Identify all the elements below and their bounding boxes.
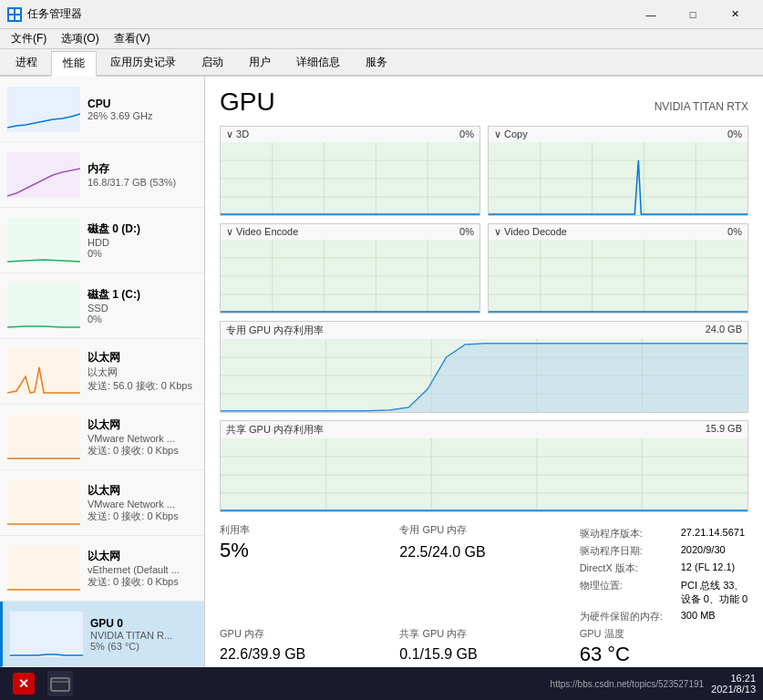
svg-rect-7: [7, 283, 80, 329]
eth1-sub: 以太网: [88, 365, 197, 379]
gpu-panel: GPU NVIDIA TITAN RTX ∨ 3D 0%: [205, 77, 763, 667]
disk0-sub: HDD: [88, 237, 197, 248]
taskbar-right: https://bbs.csdn.net/topics/523527191 16…: [551, 673, 756, 695]
disk0-info: 磁盘 0 (D:) HDD 0%: [88, 221, 197, 259]
chart-video-decode-pct: 0%: [727, 226, 742, 238]
sidebar-item-eth1[interactable]: 以太网 以太网 发送: 56.0 接收: 0 Kbps: [0, 339, 204, 405]
eth4-value: 发送: 0 接收: 0 Kbps: [88, 575, 197, 589]
sidebar-item-eth2[interactable]: 以太网 VMware Network ... 发送: 0 接收: 0 Kbps: [0, 405, 204, 470]
tab-performance[interactable]: 性能: [51, 51, 97, 77]
chart-shared-mem-max: 15.9 GB: [706, 423, 742, 437]
sidebar-item-eth3[interactable]: 以太网 VMware Network ... 发送: 0 接收: 0 Kbps: [0, 470, 204, 536]
stat-dedicated-value: 22.5/24.0 GB: [399, 539, 568, 561]
tab-app-history[interactable]: 应用历史记录: [98, 49, 188, 75]
tab-users[interactable]: 用户: [237, 49, 283, 75]
taskbar-date: 2021/8/13: [711, 684, 756, 695]
driver-ver-key: 驱动程序版本:: [580, 527, 663, 540]
eth2-value: 发送: 0 接收: 0 Kbps: [88, 444, 197, 458]
gpu0-mini-chart: [10, 612, 83, 657]
chart-shared-mem: 共享 GPU 内存利用率 15.9 GB: [220, 420, 748, 512]
svg-rect-6: [7, 218, 80, 263]
menu-options[interactable]: 选项(O): [54, 29, 106, 48]
eth4-mini-chart: [7, 546, 80, 592]
chart-3d: ∨ 3D 0%: [220, 126, 480, 216]
eth3-sub: VMware Network ...: [88, 499, 197, 510]
disk0-mini-chart: [7, 218, 80, 263]
chart-copy: ∨ Copy 0%: [488, 126, 748, 216]
reserved-key: 为硬件保留的内存:: [580, 610, 663, 623]
stat-gpu-mem-label: GPU 内存: [220, 627, 388, 641]
sidebar-item-memory[interactable]: 内存 16.8/31.7 GB (53%): [0, 142, 204, 208]
cpu-title: CPU: [88, 98, 197, 110]
chart-copy-pct: 0%: [727, 129, 742, 140]
menu-file[interactable]: 文件(F): [4, 29, 54, 48]
gpu0-title: GPU 0: [90, 617, 197, 630]
taskbar-clock: 16:21: [711, 673, 756, 684]
eth2-title: 以太网: [88, 417, 197, 433]
location-key: 物理位置:: [580, 579, 663, 606]
driver-date-val: 2020/9/30: [681, 544, 748, 558]
chart-shared-mem-area: [221, 438, 748, 511]
directx-key: DirectX 版本:: [580, 561, 663, 575]
eth1-mini-chart: [7, 349, 80, 395]
cpu-info: CPU 26% 3.69 GHz: [88, 98, 197, 121]
chart-dedicated-mem: 专用 GPU 内存利用率 24.0 GB: [220, 321, 748, 413]
reserved-val: 300 MB: [681, 610, 748, 623]
chart-3d-area: [221, 142, 479, 215]
tab-process[interactable]: 进程: [4, 49, 49, 75]
chart-3d-label: ∨ 3D: [226, 129, 249, 140]
disk1-info: 磁盘 1 (C:) SSD 0%: [88, 287, 197, 324]
sidebar-item-gpu0[interactable]: GPU 0 NVIDIA TITAN R... 5% (63 °C): [0, 602, 204, 667]
window-title: 任务管理器: [27, 6, 82, 22]
chart-copy-label: ∨ Copy: [494, 129, 528, 140]
titlebar: 任务管理器 — □ ✕: [0, 0, 763, 29]
maximize-button[interactable]: □: [672, 0, 714, 29]
taskbar-app2[interactable]: [44, 667, 77, 700]
chart-video-decode-area: [489, 240, 748, 313]
gpu-device-name: NVIDIA TITAN RTX: [655, 100, 748, 113]
chart-video-decode-header: ∨ Video Decode 0%: [489, 224, 748, 240]
disk0-value: 0%: [88, 248, 197, 259]
sidebar-item-cpu[interactable]: CPU 26% 3.69 GHz: [0, 77, 204, 142]
chart-dedicated-mem-max: 24.0 GB: [706, 324, 742, 337]
directx-val: 12 (FL 12.1): [681, 561, 748, 575]
eth3-title: 以太网: [88, 483, 197, 499]
stat-temp-label: GPU 温度: [580, 627, 748, 641]
location-val: PCI 总线 33、设备 0、功能 0: [681, 579, 748, 606]
sidebar-item-disk1[interactable]: 磁盘 1 (C:) SSD 0%: [0, 273, 204, 339]
menubar: 文件(F) 选项(O) 查看(V): [0, 29, 763, 49]
taskbar-time: 16:21 2021/8/13: [711, 673, 756, 695]
gpu0-value: 5% (63 °C): [90, 641, 197, 652]
eth4-info: 以太网 vEthernet (Default ... 发送: 0 接收: 0 K…: [88, 549, 197, 589]
tab-services[interactable]: 服务: [354, 49, 399, 75]
chart-video-decode-label: ∨ Video Decode: [494, 226, 567, 238]
tab-details[interactable]: 详细信息: [284, 49, 352, 75]
stat-driver-info: 驱动程序版本: 27.21.14.5671 驱动程序日期: 2020/9/30 …: [580, 523, 748, 623]
eth1-info: 以太网 以太网 发送: 56.0 接收: 0 Kbps: [88, 350, 197, 393]
menu-view[interactable]: 查看(V): [107, 29, 158, 48]
taskbar: ✕ https://bbs.csdn.net/topics/523527191 …: [0, 667, 763, 700]
stat-gpu-mem: GPU 内存 22.6/39.9 GB: [220, 627, 388, 666]
driver-date-key: 驱动程序日期:: [580, 544, 663, 558]
chart-dedicated-mem-area: [221, 339, 748, 412]
sidebar-item-eth4[interactable]: 以太网 vEthernet (Default ... 发送: 0 接收: 0 K…: [0, 536, 204, 602]
sidebar: CPU 26% 3.69 GHz 内存 16.8/31.7 GB (53%) 磁…: [0, 77, 205, 667]
close-button[interactable]: ✕: [714, 0, 756, 29]
chart-copy-area: [489, 142, 748, 215]
app-icon: [7, 7, 22, 22]
memory-title: 内存: [88, 161, 197, 177]
sidebar-item-disk0[interactable]: 磁盘 0 (D:) HDD 0%: [0, 208, 204, 273]
chart-video-encode-header: ∨ Video Encode 0%: [221, 224, 479, 240]
stat-gpu-mem-value: 22.6/39.9 GB: [220, 643, 388, 663]
svg-rect-10: [7, 480, 80, 526]
chart-3d-header: ∨ 3D 0%: [221, 127, 479, 142]
svg-rect-0: [9, 9, 14, 14]
gpu-charts-top: ∨ 3D 0%: [220, 126, 748, 314]
driver-ver-val: 27.21.14.5671: [681, 527, 748, 540]
taskbar-x-button[interactable]: ✕: [7, 667, 40, 700]
disk1-value: 0%: [88, 314, 197, 324]
titlebar-left: 任务管理器: [7, 6, 82, 22]
tab-startup[interactable]: 启动: [190, 49, 235, 75]
minimize-button[interactable]: —: [630, 0, 672, 29]
stat-shared-mem-value: 0.1/15.9 GB: [399, 643, 568, 663]
